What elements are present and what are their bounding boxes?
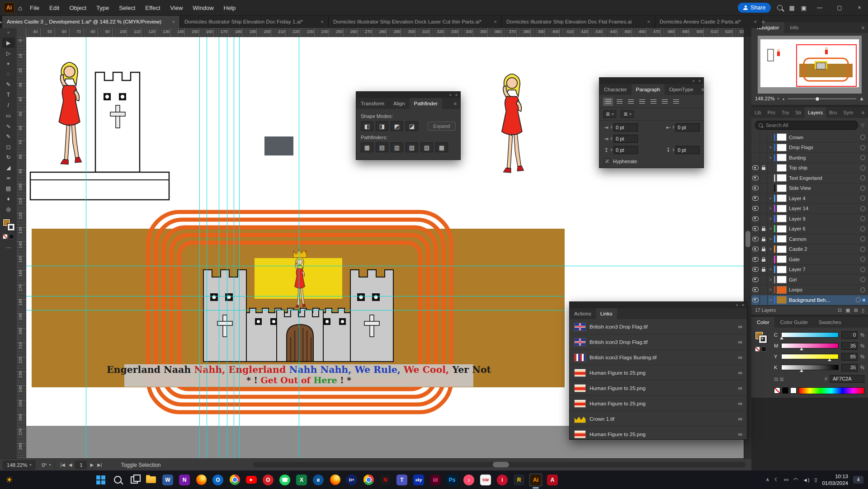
visibility-toggle[interactable] <box>751 244 760 254</box>
close-icon[interactable]: × <box>494 19 497 24</box>
slider-thumb-icon[interactable] <box>800 348 803 350</box>
toolbar-expand-icon[interactable]: » <box>7 28 10 38</box>
link-item[interactable]: British icon3 Drop Flag.tif∞ <box>570 334 747 350</box>
align-center-icon[interactable] <box>614 98 624 106</box>
dock-tab-pro[interactable]: Pro <box>764 107 778 118</box>
focus-assist-icon[interactable]: ☾ <box>774 477 779 483</box>
itunes[interactable]: ♪ <box>462 473 476 487</box>
share-button[interactable]: Share <box>738 3 771 13</box>
pathfinder-tab-transform[interactable]: Transform <box>356 98 389 109</box>
target-circle-icon[interactable] <box>860 287 865 292</box>
close-button[interactable]: × <box>853 5 866 11</box>
sw-app[interactable]: SW <box>479 473 492 487</box>
target-circle-icon[interactable] <box>860 216 865 221</box>
lock-toggle[interactable] <box>760 275 768 285</box>
link-item[interactable]: Human Figure to 25.png∞ <box>570 365 747 381</box>
close-icon[interactable]: × <box>647 19 650 24</box>
lock-toggle[interactable] <box>760 132 768 142</box>
gray-rect[interactable] <box>264 136 293 155</box>
pencil-tool[interactable]: ✎ <box>2 131 15 141</box>
tab-swatches[interactable]: Swatches <box>813 317 847 328</box>
firefox[interactable] <box>194 473 208 487</box>
tab-info[interactable]: Info <box>784 22 804 33</box>
none-swatch[interactable] <box>755 347 760 352</box>
zoom-in-icon[interactable]: ▲ <box>859 96 864 101</box>
visibility-toggle[interactable] <box>751 224 760 234</box>
layer-row[interactable]: >Girl <box>751 275 868 285</box>
target-circle-icon[interactable] <box>860 267 865 272</box>
tray-expand-icon[interactable]: ∧ <box>766 477 769 483</box>
info-app[interactable]: i <box>495 473 509 487</box>
black-swatch[interactable] <box>9 234 14 239</box>
hyphenate-checkbox[interactable]: ✓ <box>604 158 610 165</box>
new-layer-icon[interactable]: ⊞ <box>854 307 858 313</box>
fill-stroke-swatch[interactable] <box>3 219 14 230</box>
target-circle-icon[interactable] <box>860 145 865 150</box>
layer-row[interactable]: >Background Beh... <box>751 295 868 306</box>
intersect-icon[interactable]: ◩ <box>391 121 403 131</box>
indesign[interactable]: Id <box>429 473 442 487</box>
layer-row[interactable]: Top ship <box>751 163 868 174</box>
none-swatch[interactable] <box>774 387 780 394</box>
visibility-toggle[interactable] <box>751 153 760 163</box>
dock-tab-str[interactable]: Str <box>792 107 805 118</box>
layers-search-input[interactable] <box>765 122 854 128</box>
notification-badge[interactable]: 4 <box>853 476 863 484</box>
youtube[interactable]: ▶ <box>245 473 258 487</box>
eyedropper-tool[interactable]: ♦ <box>2 193 15 204</box>
layer-row[interactable]: >Layer 6 <box>751 224 868 235</box>
layer-row[interactable]: >Layer 4 <box>751 193 868 204</box>
file-explorer[interactable] <box>144 473 158 487</box>
hex-value-field[interactable]: AF7C2A <box>830 375 864 383</box>
horizontal-ruler[interactable]: 4050607080901001101201301401501601701801… <box>26 28 744 37</box>
tab-overflow-icon[interactable]: » <box>762 15 765 28</box>
target-circle-icon[interactable] <box>860 165 865 170</box>
layer-row[interactable]: >Cannon <box>751 234 868 244</box>
new-sublayer-icon[interactable]: ▣ <box>845 307 850 313</box>
target-circle-icon[interactable] <box>860 236 865 241</box>
left-indent-field[interactable]: ⇥▴▾0 pt <box>603 123 638 132</box>
close-icon[interactable]: × <box>742 303 744 307</box>
target-circle-icon[interactable] <box>860 277 865 282</box>
space-before-field[interactable]: ↥▴▾0 pt <box>603 146 638 154</box>
document-tab[interactable]: Annies Castle 3 _ Development 1.ai* @ 14… <box>2 15 180 28</box>
expand-chevron-icon[interactable]: > <box>768 287 774 292</box>
visibility-toggle[interactable] <box>751 234 760 244</box>
visibility-toggle[interactable] <box>751 132 760 142</box>
target-circle-icon[interactable] <box>860 257 865 262</box>
merge-icon[interactable]: ▥ <box>391 142 403 152</box>
outline-icon[interactable]: ▨ <box>420 142 433 152</box>
expand-chevron-icon[interactable]: > <box>768 237 774 241</box>
platform-sketch[interactable] <box>30 172 169 200</box>
expand-chevron-icon[interactable]: > <box>768 145 774 150</box>
stepper-icon[interactable]: ▴▾ <box>673 126 674 129</box>
menu-edit[interactable]: Edit <box>44 0 64 15</box>
display-icon[interactable]: ▭ <box>784 477 788 483</box>
first-artboard-icon[interactable]: |◀ <box>60 462 65 467</box>
edit-toolbar-icon[interactable]: ⋯ <box>6 244 11 251</box>
bullet-list[interactable]: ≣▾ <box>603 110 616 118</box>
layer-row[interactable]: >Layer 9 <box>751 214 868 224</box>
selection-tool[interactable]: ▶ <box>2 38 15 48</box>
slider-value[interactable]: 85 <box>841 353 858 361</box>
target-circle-icon[interactable] <box>860 206 865 211</box>
word[interactable]: W <box>161 473 175 487</box>
lock-toggle[interactable] <box>760 265 768 275</box>
vertical-ruler[interactable]: 0102030405060708090100110120130140150160… <box>17 37 26 458</box>
chrome[interactable] <box>228 473 241 487</box>
dock-tab-layers[interactable]: Layers <box>805 107 826 118</box>
justify-last-center-icon[interactable] <box>648 98 658 106</box>
document-tab[interactable]: Domiciles Illustrator Ship Elevation Doc… <box>502 15 655 28</box>
lock-toggle[interactable] <box>760 153 768 163</box>
menu-file[interactable]: File <box>25 0 44 15</box>
document-tab[interactable]: Domiciles Illustrator Ship Elevation Doc… <box>329 15 502 28</box>
minus-back-icon[interactable]: ▩ <box>435 142 448 152</box>
layer-row[interactable]: Side View <box>751 183 868 194</box>
link-item[interactable]: British icon3 Flags Bunting.tif∞ <box>570 350 747 365</box>
horizontal-scroll-thumb[interactable] <box>493 462 509 467</box>
slider-thumb-icon[interactable] <box>780 337 783 339</box>
disney-plus[interactable]: D+ <box>345 473 359 487</box>
type-tool[interactable]: T <box>2 89 15 100</box>
search[interactable] <box>111 473 124 487</box>
pathfinder-tab-pathfinder[interactable]: Pathfinder <box>410 98 442 109</box>
